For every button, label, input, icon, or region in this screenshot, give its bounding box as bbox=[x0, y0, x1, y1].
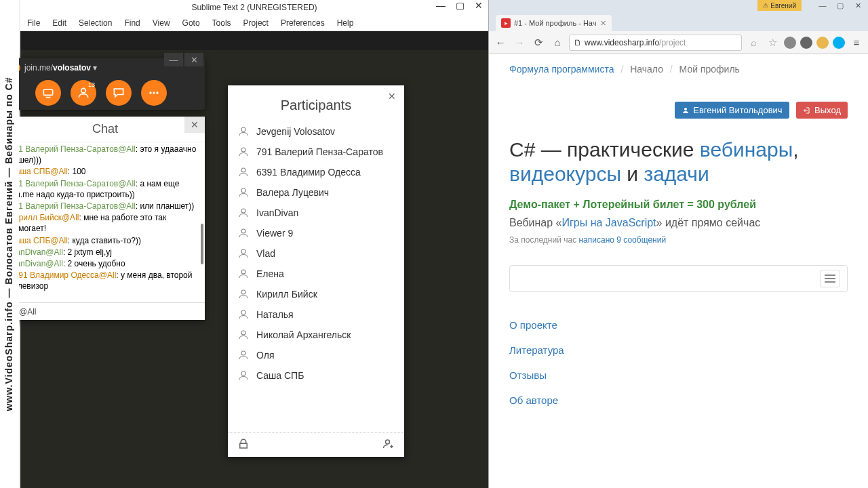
more-button[interactable] bbox=[141, 80, 167, 106]
nav-link[interactable]: Литература bbox=[509, 338, 848, 363]
svg-point-2 bbox=[149, 92, 151, 94]
tab-strip bbox=[20, 31, 488, 50]
person-icon bbox=[237, 166, 250, 178]
svg-point-14 bbox=[241, 310, 245, 314]
nav-link[interactable]: Отзывы bbox=[509, 363, 848, 388]
joinme-close-icon[interactable]: ✕ bbox=[184, 53, 203, 66]
home-button[interactable]: ⌂ bbox=[550, 35, 565, 50]
screen-share-button[interactable] bbox=[35, 80, 61, 106]
chat-messages[interactable]: 791 Валерий Пенза-Саратов@All: это я уда… bbox=[5, 142, 205, 302]
participants-title: Participants bbox=[228, 85, 404, 121]
chat-message: Саша СПБ@All: 100 bbox=[9, 166, 201, 177]
sublime-titlebar: Sublime Text 2 (UNREGISTERED) — ▢ ✕ bbox=[20, 0, 488, 15]
address-bar[interactable]: 🗋 www.videosharp.info/project bbox=[569, 35, 742, 51]
minimize-icon[interactable]: — bbox=[434, 0, 448, 11]
menu-item-selection[interactable]: Selection bbox=[79, 18, 112, 28]
hamburger-button[interactable] bbox=[820, 270, 840, 287]
menu-item-find[interactable]: Find bbox=[124, 18, 140, 28]
participant-item[interactable]: Viewer 9 bbox=[235, 223, 397, 243]
scrollbar-thumb[interactable] bbox=[201, 224, 203, 264]
menu-item-project[interactable]: Project bbox=[243, 18, 269, 28]
stats-link[interactable]: написано 9 сообщений bbox=[578, 235, 666, 245]
chat-message: 6391 Владимир Одесса@All: у меня два, вт… bbox=[9, 270, 201, 291]
nav-link[interactable]: О проекте bbox=[509, 312, 848, 338]
participant-item[interactable]: Наталья bbox=[235, 304, 397, 325]
logout-button[interactable]: Выход bbox=[796, 102, 848, 119]
participants-button[interactable]: 13 bbox=[71, 80, 96, 106]
user-profile-button[interactable]: Евгений Витольдович bbox=[675, 102, 789, 119]
key-icon[interactable]: ⌕ bbox=[746, 35, 761, 50]
sublime-title: Sublime Text 2 (UNREGISTERED) bbox=[191, 3, 317, 12]
chat-button[interactable] bbox=[106, 80, 132, 106]
menu-item-goto[interactable]: Goto bbox=[182, 18, 200, 28]
participant-item[interactable]: Оля bbox=[235, 345, 397, 365]
chat-input[interactable]: @All bbox=[5, 302, 205, 320]
participant-item[interactable]: Jevgenij Volosatov bbox=[235, 121, 397, 142]
heading-link-courses[interactable]: видеокурсы bbox=[509, 163, 621, 185]
person-icon bbox=[237, 349, 250, 361]
webinar-link[interactable]: Игры на JavaScript bbox=[561, 217, 656, 228]
reload-button[interactable]: ⟳ bbox=[531, 35, 546, 50]
maximize-icon[interactable]: ▢ bbox=[453, 0, 467, 11]
close-icon[interactable]: ✕ bbox=[472, 0, 486, 11]
sublime-menubar[interactable]: FileEditSelectionFindViewGotoToolsProjec… bbox=[20, 15, 488, 31]
browser-user-badge[interactable]: Евгений bbox=[757, 0, 802, 11]
menu-item-edit[interactable]: Edit bbox=[52, 18, 66, 28]
joinme-link[interactable]: join.me/volosatov ▾ bbox=[24, 63, 97, 73]
chat-message: Кирилл Бийск@All: мне на работе это так … bbox=[9, 212, 201, 234]
participants-close-button[interactable]: ✕ bbox=[384, 88, 400, 104]
svg-point-5 bbox=[241, 127, 245, 131]
menu-item-file[interactable]: File bbox=[27, 18, 40, 28]
add-participant-icon[interactable] bbox=[382, 438, 395, 453]
menu-item-help[interactable]: Help bbox=[337, 18, 354, 28]
breadcrumb-leaf[interactable]: Мой профиль bbox=[679, 64, 740, 75]
stats-line: За последний час написано 9 сообщений bbox=[509, 235, 848, 245]
skype-icon[interactable] bbox=[833, 37, 845, 49]
participant-item[interactable]: 791 Валерий Пенза-Саратов bbox=[235, 142, 397, 162]
person-icon bbox=[237, 329, 250, 341]
heading-link-tasks[interactable]: задачи bbox=[644, 163, 709, 185]
participant-item[interactable]: Vlad bbox=[235, 243, 397, 264]
participant-item[interactable]: Елена bbox=[235, 264, 397, 284]
back-button[interactable]: ← bbox=[493, 35, 508, 50]
extension-icon[interactable] bbox=[816, 37, 829, 49]
participant-item[interactable]: Николай Архангельск bbox=[235, 325, 397, 345]
svg-point-17 bbox=[241, 371, 245, 375]
participant-item[interactable]: IvanDivan bbox=[235, 203, 397, 223]
breadcrumb-root[interactable]: Формула программиста bbox=[509, 64, 614, 75]
extension-icon[interactable] bbox=[800, 37, 812, 49]
tab-close-icon[interactable]: ✕ bbox=[600, 19, 606, 28]
participant-item[interactable]: Кирилл Бийск bbox=[235, 284, 397, 304]
browser-toolbar: ← → ⟳ ⌂ 🗋 www.videosharp.info/project ⌕ … bbox=[489, 31, 868, 54]
participant-item[interactable]: Саша СПБ bbox=[235, 365, 397, 386]
page-content: Формула программиста / Начало / Мой проф… bbox=[489, 54, 868, 488]
menu-item-tools[interactable]: Tools bbox=[212, 18, 231, 28]
participant-item[interactable]: Валера Луцевич bbox=[235, 182, 397, 203]
breadcrumb-mid[interactable]: Начало bbox=[630, 64, 663, 75]
browser-tab[interactable]: ▸ #1 - Мой профиль - Нач ✕ bbox=[496, 15, 612, 31]
svg-point-16 bbox=[241, 351, 245, 355]
browser-maximize-icon[interactable]: ▢ bbox=[831, 0, 849, 11]
svg-point-6 bbox=[241, 148, 245, 152]
joinme-minimize-icon[interactable]: — bbox=[164, 53, 183, 66]
browser-close-icon[interactable]: ✕ bbox=[849, 0, 867, 11]
nav-link[interactable]: Об авторе bbox=[509, 388, 848, 413]
extension-icon[interactable] bbox=[784, 37, 796, 49]
svg-point-18 bbox=[386, 440, 390, 444]
menu-icon[interactable]: ≡ bbox=[849, 35, 864, 50]
person-icon bbox=[237, 146, 250, 158]
forward-button[interactable]: → bbox=[512, 35, 527, 50]
participant-item[interactable]: 6391 Владимир Одесса bbox=[235, 162, 397, 182]
browser-minimize-icon[interactable]: — bbox=[814, 0, 831, 11]
chat-title: Chat bbox=[92, 122, 118, 136]
heading-link-webinars[interactable]: вебинары bbox=[700, 138, 793, 161]
lock-icon[interactable] bbox=[237, 438, 250, 453]
person-icon bbox=[237, 308, 250, 321]
svg-point-8 bbox=[241, 188, 245, 192]
participant-count-badge: 13 bbox=[88, 81, 95, 88]
svg-point-15 bbox=[241, 331, 245, 335]
menu-item-preferences[interactable]: Preferences bbox=[281, 18, 325, 28]
chat-close-button[interactable]: ✕ bbox=[184, 117, 205, 133]
menu-item-view[interactable]: View bbox=[153, 18, 170, 28]
star-icon[interactable]: ☆ bbox=[765, 35, 780, 50]
